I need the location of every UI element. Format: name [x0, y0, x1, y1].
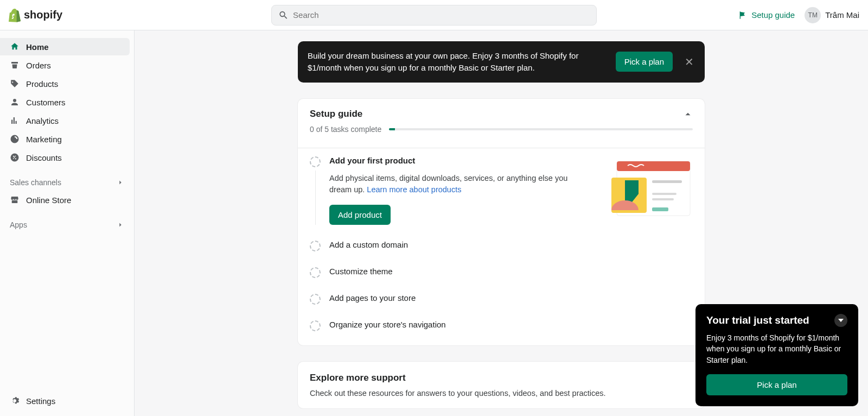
search-container — [271, 5, 597, 26]
task-title: Organize your store's navigation — [329, 320, 693, 329]
products-icon — [10, 79, 20, 89]
user-menu[interactable]: TM Trâm Mai — [805, 7, 859, 23]
card-header: Setup guide 0 of 5 tasks complete — [298, 99, 705, 140]
brand-name: shopify — [24, 9, 62, 21]
sidebar-item-marketing[interactable]: Marketing — [0, 130, 130, 148]
sidebar-item-label: Online Store — [26, 196, 71, 205]
sidebar-item-label: Home — [26, 42, 49, 52]
avatar-initials: TM — [808, 11, 818, 19]
task-title: Add a custom domain — [329, 240, 693, 249]
task-desc: Add physical items, digital downloads, s… — [329, 173, 568, 197]
close-icon: ✕ — [685, 56, 694, 68]
sidebar-item-label: Products — [26, 79, 58, 89]
trial-body: Enjoy 3 months of Shopify for $1/month w… — [706, 332, 847, 365]
discounts-icon — [10, 153, 20, 162]
orders-icon — [10, 60, 20, 70]
sidebar-item-customers[interactable]: Customers — [0, 93, 130, 111]
content-column: Build your dream business at your own pa… — [298, 41, 705, 408]
customers-icon — [10, 97, 20, 107]
task-title: Add your first product — [329, 156, 576, 165]
sidebar: Home Orders Products Customers Analytics… — [0, 30, 135, 416]
chevron-right-icon — [117, 179, 124, 186]
sidebar-item-orders[interactable]: Orders — [0, 56, 130, 74]
progress-row: 0 of 5 tasks complete — [310, 125, 693, 134]
gear-icon — [10, 396, 20, 406]
nav-bottom: Settings — [0, 392, 134, 416]
apps-header[interactable]: Apps — [0, 216, 134, 234]
support-title: Explore more support — [310, 373, 693, 383]
sidebar-item-label: Discounts — [26, 153, 62, 162]
task-status-icon[interactable] — [310, 267, 321, 278]
store-icon — [10, 195, 20, 205]
shopify-bag-icon — [9, 8, 21, 22]
plan-banner: Build your dream business at your own pa… — [298, 41, 705, 83]
trial-pick-plan-button[interactable]: Pick a plan — [706, 374, 847, 395]
sidebar-item-label: Customers — [26, 98, 66, 107]
sidebar-item-products[interactable]: Products — [0, 75, 130, 92]
task-title: Customize theme — [329, 267, 693, 276]
user-name: Trâm Mai — [825, 10, 859, 20]
sidebar-item-label: Settings — [26, 396, 55, 406]
search-input[interactable] — [293, 10, 590, 20]
sidebar-item-home[interactable]: Home — [0, 38, 130, 55]
sidebar-item-label: Marketing — [26, 135, 62, 144]
chevron-up-icon[interactable] — [683, 109, 693, 119]
sidebar-item-label: Orders — [26, 61, 51, 70]
sales-channels-header[interactable]: Sales channels — [0, 174, 134, 191]
progress-bar — [389, 128, 693, 130]
banner-text: Build your dream business at your own pa… — [308, 50, 579, 74]
task-custom-domain[interactable]: Add a custom domain — [298, 232, 705, 259]
svg-rect-4 — [652, 193, 676, 195]
section-label: Sales channels — [10, 178, 61, 187]
setup-guide-card: Setup guide 0 of 5 tasks complete Add yo… — [298, 99, 705, 346]
flag-icon — [738, 11, 747, 20]
search-field[interactable] — [271, 5, 597, 26]
progress-text: 0 of 5 tasks complete — [310, 125, 381, 134]
sidebar-item-analytics[interactable]: Analytics — [0, 112, 130, 129]
task-organize-nav[interactable]: Organize your store's navigation — [298, 312, 705, 339]
shopify-logo[interactable]: shopify — [9, 8, 62, 22]
setup-guide-link[interactable]: Setup guide — [738, 10, 795, 20]
sidebar-item-label: Analytics — [26, 116, 59, 125]
nav-sales-channels: Online Store — [0, 191, 134, 210]
task-add-pages[interactable]: Add pages to your store — [298, 286, 705, 312]
task-title: Add pages to your store — [329, 293, 693, 302]
task-status-icon[interactable] — [310, 294, 321, 305]
task-add-first-product: Add your first product Add physical item… — [298, 148, 705, 233]
learn-more-link[interactable]: Learn more about products — [367, 185, 461, 194]
svg-rect-1 — [617, 161, 690, 171]
close-banner-button[interactable]: ✕ — [684, 56, 695, 67]
task-status-icon[interactable] — [310, 320, 321, 331]
task-customize-theme[interactable]: Customize theme — [298, 259, 705, 286]
support-card: Explore more support Check out these res… — [298, 362, 705, 408]
marketing-icon — [10, 134, 20, 144]
search-icon — [278, 10, 289, 21]
analytics-icon — [10, 116, 20, 125]
task-body: Add your first product Add physical item… — [329, 156, 576, 225]
add-product-button[interactable]: Add product — [329, 205, 391, 225]
pick-plan-button[interactable]: Pick a plan — [616, 52, 673, 72]
svg-rect-3 — [652, 180, 682, 183]
topbar: shopify Setup guide TM Trâm Mai — [0, 0, 868, 30]
nav-primary: Home Orders Products Customers Analytics… — [0, 38, 134, 167]
section-label: Apps — [10, 220, 27, 229]
svg-rect-6 — [652, 207, 668, 211]
trial-collapse-button[interactable] — [834, 314, 847, 327]
task-status-icon[interactable] — [310, 241, 321, 251]
support-sub: Check out these resources for answers to… — [310, 389, 693, 398]
progress-fill — [389, 128, 395, 130]
sidebar-item-settings[interactable]: Settings — [0, 392, 130, 409]
trial-popup: Your trial just started Enjoy 3 months o… — [695, 304, 858, 406]
sidebar-item-online-store[interactable]: Online Store — [0, 191, 130, 209]
svg-rect-5 — [652, 198, 674, 200]
setup-guide-label: Setup guide — [751, 10, 795, 20]
avatar: TM — [805, 7, 821, 23]
sidebar-item-discounts[interactable]: Discounts — [0, 149, 130, 166]
chevron-right-icon — [117, 221, 124, 229]
topbar-right: Setup guide TM Trâm Mai — [738, 7, 859, 23]
trial-title: Your trial just started — [706, 314, 809, 326]
task-illustration — [584, 156, 693, 221]
home-icon — [10, 42, 20, 52]
task-status-icon[interactable] — [310, 156, 321, 167]
card-title: Setup guide — [310, 109, 362, 119]
